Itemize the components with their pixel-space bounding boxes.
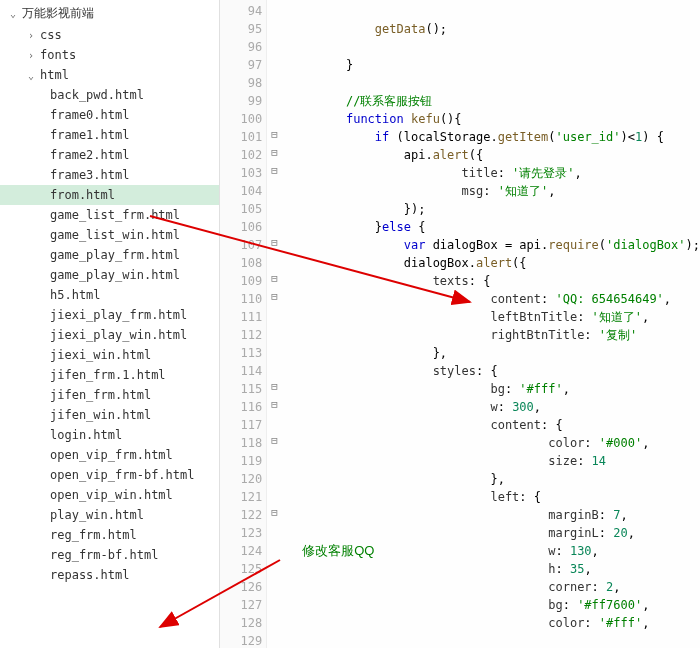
code-line[interactable]: w: 300,: [288, 398, 700, 416]
tree-folder-css[interactable]: ›css: [0, 25, 219, 45]
fold-marker[interactable]: [267, 324, 282, 342]
fold-marker[interactable]: [267, 18, 282, 36]
fold-marker[interactable]: [267, 540, 282, 558]
tree-file[interactable]: reg_frm-bf.html: [0, 545, 219, 565]
fold-marker[interactable]: ⊟: [267, 270, 282, 288]
code-line[interactable]: texts: {: [288, 272, 700, 290]
fold-marker[interactable]: ⊟: [267, 234, 282, 252]
tree-file[interactable]: jifen_frm.html: [0, 385, 219, 405]
fold-marker[interactable]: [267, 306, 282, 324]
tree-folder-fonts[interactable]: ›fonts: [0, 45, 219, 65]
fold-marker[interactable]: [267, 558, 282, 576]
code-line[interactable]: var dialogBox = api.require('dialogBox')…: [288, 236, 700, 254]
code-line[interactable]: styles: {: [288, 362, 700, 380]
code-line[interactable]: getData();: [288, 20, 700, 38]
fold-marker[interactable]: [267, 468, 282, 486]
fold-marker[interactable]: [267, 522, 282, 540]
tree-file[interactable]: repass.html: [0, 565, 219, 585]
tree-file[interactable]: login.html: [0, 425, 219, 445]
fold-marker[interactable]: [267, 198, 282, 216]
fold-marker[interactable]: [267, 630, 282, 648]
code-line[interactable]: marginL: 20,: [288, 524, 700, 542]
tree-file[interactable]: game_play_frm.html: [0, 245, 219, 265]
fold-marker[interactable]: ⊟: [267, 396, 282, 414]
fold-marker[interactable]: [267, 576, 282, 594]
code-line[interactable]: function kefu(){: [288, 110, 700, 128]
fold-marker[interactable]: ⊟: [267, 126, 282, 144]
code-line[interactable]: }else {: [288, 218, 700, 236]
tree-file[interactable]: open_vip_frm.html: [0, 445, 219, 465]
fold-marker[interactable]: ⊟: [267, 288, 282, 306]
fold-marker[interactable]: [267, 0, 282, 18]
fold-marker[interactable]: [267, 180, 282, 198]
tree-file[interactable]: back_pwd.html: [0, 85, 219, 105]
tree-file[interactable]: jiexi_play_frm.html: [0, 305, 219, 325]
code-line[interactable]: [288, 2, 700, 20]
tree-file[interactable]: from.html: [0, 185, 219, 205]
code-line[interactable]: left: {: [288, 488, 700, 506]
fold-marker[interactable]: ⊟: [267, 504, 282, 522]
fold-marker[interactable]: [267, 90, 282, 108]
fold-marker[interactable]: ⊟: [267, 378, 282, 396]
code-line[interactable]: msg: '知道了',: [288, 182, 700, 200]
code-line[interactable]: rightBtnTitle: '复制': [288, 326, 700, 344]
fold-marker[interactable]: [267, 72, 282, 90]
tree-file[interactable]: frame0.html: [0, 105, 219, 125]
code-editor[interactable]: 9495969798991001011021031041051061071081…: [220, 0, 700, 648]
code-line[interactable]: color: '#fff',: [288, 614, 700, 632]
fold-marker[interactable]: ⊟: [267, 144, 282, 162]
code-line[interactable]: [288, 74, 700, 92]
fold-marker[interactable]: [267, 594, 282, 612]
tree-file[interactable]: open_vip_frm-bf.html: [0, 465, 219, 485]
code-line[interactable]: }: [288, 56, 700, 74]
fold-marker[interactable]: ⊟: [267, 162, 282, 180]
fold-marker[interactable]: [267, 216, 282, 234]
tree-file[interactable]: play_win.html: [0, 505, 219, 525]
tree-file[interactable]: jiexi_play_win.html: [0, 325, 219, 345]
tree-file[interactable]: game_play_win.html: [0, 265, 219, 285]
fold-marker[interactable]: [267, 36, 282, 54]
code-line[interactable]: if (localStorage.getItem('user_id')<1) {: [288, 128, 700, 146]
fold-marker[interactable]: [267, 612, 282, 630]
code-line[interactable]: [288, 38, 700, 56]
code-line[interactable]: //联系客服按钮: [288, 92, 700, 110]
code-line[interactable]: bg: '#ff7600',: [288, 596, 700, 614]
tree-file[interactable]: h5.html: [0, 285, 219, 305]
code-line[interactable]: marginB: 7,: [288, 506, 700, 524]
fold-marker[interactable]: [267, 486, 282, 504]
fold-marker[interactable]: [267, 252, 282, 270]
tree-file[interactable]: game_list_frm.html: [0, 205, 219, 225]
fold-marker[interactable]: [267, 54, 282, 72]
fold-marker[interactable]: [267, 108, 282, 126]
code-line[interactable]: },: [288, 470, 700, 488]
tree-root[interactable]: ⌄ 万能影视前端: [0, 2, 219, 25]
tree-folder-html[interactable]: ⌄html: [0, 65, 219, 85]
file-tree-sidebar[interactable]: ⌄ 万能影视前端 ›css›fonts⌄html back_pwd.htmlfr…: [0, 0, 220, 648]
code-line[interactable]: content: {: [288, 416, 700, 434]
tree-file[interactable]: reg_frm.html: [0, 525, 219, 545]
fold-column[interactable]: ⊟⊟⊟⊟⊟⊟⊟⊟⊟⊟: [267, 0, 282, 648]
tree-file[interactable]: open_vip_win.html: [0, 485, 219, 505]
code-line[interactable]: },: [288, 344, 700, 362]
tree-file[interactable]: jifen_frm.1.html: [0, 365, 219, 385]
code-line[interactable]: title: '请先登录',: [288, 164, 700, 182]
fold-marker[interactable]: [267, 342, 282, 360]
fold-marker[interactable]: ⊟: [267, 432, 282, 450]
fold-marker[interactable]: [267, 414, 282, 432]
tree-file[interactable]: jiexi_win.html: [0, 345, 219, 365]
code-line[interactable]: bg: '#fff',: [288, 380, 700, 398]
code-line[interactable]: leftBtnTitle: '知道了',: [288, 308, 700, 326]
fold-marker[interactable]: [267, 360, 282, 378]
code-area[interactable]: getData(); } //联系客服按钮 function kefu(){ i…: [282, 0, 700, 648]
tree-file[interactable]: frame3.html: [0, 165, 219, 185]
code-line[interactable]: dialogBox.alert({: [288, 254, 700, 272]
tree-file[interactable]: game_list_win.html: [0, 225, 219, 245]
tree-file[interactable]: frame2.html: [0, 145, 219, 165]
code-line[interactable]: h: 35,: [288, 560, 700, 578]
code-line[interactable]: color: '#000',: [288, 434, 700, 452]
code-line[interactable]: api.alert({: [288, 146, 700, 164]
tree-file[interactable]: jifen_win.html: [0, 405, 219, 425]
code-line[interactable]: content: 'QQ: 654654649',: [288, 290, 700, 308]
code-line[interactable]: });: [288, 200, 700, 218]
fold-marker[interactable]: [267, 450, 282, 468]
